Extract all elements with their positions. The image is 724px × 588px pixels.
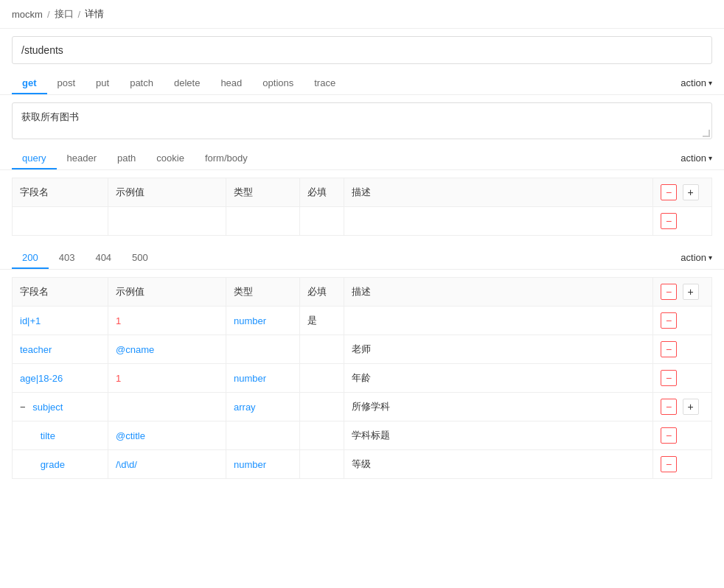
response-row-age-remove-button[interactable]: − xyxy=(661,370,677,386)
response-row-subject-add-button[interactable]: + xyxy=(683,399,699,415)
response-row-subject-type: array xyxy=(226,393,300,421)
param-empty-type xyxy=(226,207,300,236)
response-row-age-desc: 年龄 xyxy=(344,364,653,393)
response-row-age-required xyxy=(300,364,344,393)
response-row-subject-name: − subject xyxy=(13,393,108,421)
method-action-label: action xyxy=(681,77,706,88)
response-row-grade-actions: − xyxy=(653,450,712,479)
response-row-tilte-type xyxy=(226,421,300,450)
breadcrumb-detail: 详情 xyxy=(85,7,104,21)
response-row-teacher-remove-button[interactable]: − xyxy=(661,341,677,357)
param-remove-button[interactable]: − xyxy=(661,184,677,200)
response-row-grade: grade /\d\d/ number 等级 − xyxy=(13,450,712,479)
response-row-subject-desc: 所修学科 xyxy=(344,393,653,421)
param-tab-cookie[interactable]: cookie xyxy=(146,147,195,169)
description-text: 获取所有图书 xyxy=(21,111,79,122)
method-tab-head[interactable]: head xyxy=(210,71,252,94)
response-header-name: 字段名 xyxy=(13,278,108,307)
response-row-subject-remove-button[interactable]: − xyxy=(661,399,677,415)
method-tabs: get post put patch delete head options t… xyxy=(0,71,724,95)
param-tab-path[interactable]: path xyxy=(107,147,146,169)
param-header-name: 字段名 xyxy=(13,178,108,207)
response-action-chevron-icon: ▾ xyxy=(709,253,712,262)
response-row-grade-example-text: /\d\d/ xyxy=(116,459,137,470)
response-row-tilte-required xyxy=(300,421,344,450)
response-row-grade-name-text: grade xyxy=(41,459,65,470)
param-tab-formbody[interactable]: form/body xyxy=(195,147,258,169)
response-row-teacher-desc: 老师 xyxy=(344,335,653,364)
response-row-age-name: age|18-26 xyxy=(13,364,108,393)
response-tab-404[interactable]: 404 xyxy=(85,246,122,269)
response-action-label: action xyxy=(681,252,706,263)
response-row-subject-required xyxy=(300,393,344,421)
breadcrumb-mockm[interactable]: mockm xyxy=(12,9,43,20)
method-action-button[interactable]: action ▾ xyxy=(681,71,712,94)
param-header-desc: 描述 xyxy=(344,178,653,207)
param-tab-header[interactable]: header xyxy=(57,147,107,169)
param-empty-actions: − xyxy=(653,207,712,236)
response-row-grade-required xyxy=(300,450,344,479)
breadcrumb-sep-1: / xyxy=(47,9,50,20)
param-empty-row: − xyxy=(13,207,712,236)
param-add-button[interactable]: + xyxy=(683,184,699,200)
breadcrumb: mockm / 接口 / 详情 xyxy=(0,0,724,29)
response-row-age-actions: − xyxy=(653,364,712,393)
response-row-id-desc xyxy=(344,307,653,335)
param-empty-desc xyxy=(344,207,653,236)
response-row-id-example: 1 xyxy=(108,307,226,335)
method-tab-options[interactable]: options xyxy=(252,71,304,94)
response-table-header-row: 字段名 示例值 类型 必填 描述 − + xyxy=(13,278,712,307)
response-row-id-type: number xyxy=(226,307,300,335)
param-action-button[interactable]: action ▾ xyxy=(681,147,712,169)
response-tab-403[interactable]: 403 xyxy=(49,246,86,269)
param-row-remove-button[interactable]: − xyxy=(661,213,677,229)
param-table-header-row: 字段名 示例值 类型 必填 描述 − + xyxy=(13,178,712,207)
param-empty-name xyxy=(13,207,108,236)
response-row-id: id|+1 1 number 是 − xyxy=(13,307,712,335)
method-tab-put[interactable]: put xyxy=(86,71,119,94)
collapse-icon[interactable]: − xyxy=(20,402,26,413)
response-action-button[interactable]: action ▾ xyxy=(681,246,712,269)
response-row-grade-type: number xyxy=(226,450,300,479)
response-tabs: 200 403 404 500 action ▾ xyxy=(0,246,724,270)
response-tab-200[interactable]: 200 xyxy=(12,246,49,269)
response-row-tilte-example: @ctitle xyxy=(108,421,226,450)
breadcrumb-interface[interactable]: 接口 xyxy=(55,7,74,21)
response-row-age-name-text: age|18-26 xyxy=(20,373,63,384)
resize-handle-icon[interactable] xyxy=(703,130,710,137)
response-row-tilte-desc: 学科标题 xyxy=(344,421,653,450)
response-row-age-example-text: 1 xyxy=(116,373,121,384)
response-table: 字段名 示例值 类型 必填 描述 − + id|+1 1 xyxy=(12,277,712,479)
response-remove-button[interactable]: − xyxy=(661,284,677,300)
response-row-grade-desc: 等级 xyxy=(344,450,653,479)
method-tab-delete[interactable]: delete xyxy=(164,71,210,94)
response-row-id-required: 是 xyxy=(300,307,344,335)
param-tab-query[interactable]: query xyxy=(12,147,57,169)
response-row-subject-actions: − + xyxy=(653,393,712,421)
response-header-actions: − + xyxy=(653,278,712,307)
description-box[interactable]: 获取所有图书 xyxy=(12,102,712,139)
method-tab-trace[interactable]: trace xyxy=(304,71,346,94)
response-row-subject-example xyxy=(108,393,226,421)
method-tab-patch[interactable]: patch xyxy=(119,71,164,94)
response-row-id-remove-button[interactable]: − xyxy=(661,312,677,329)
response-header-required: 必填 xyxy=(300,278,344,307)
response-row-tilte-remove-button[interactable]: − xyxy=(661,427,677,444)
response-row-grade-remove-button[interactable]: − xyxy=(661,456,677,472)
response-row-tilte-name: tilte xyxy=(13,421,108,450)
response-add-button[interactable]: + xyxy=(683,284,699,300)
param-tabs: query header path cookie form/body actio… xyxy=(0,147,724,170)
response-row-age-example: 1 xyxy=(108,364,226,393)
method-tab-get[interactable]: get xyxy=(12,71,47,94)
response-row-tilte-example-text: @ctitle xyxy=(116,430,145,441)
param-table-section: 字段名 示例值 类型 必填 描述 − + − xyxy=(12,178,712,236)
response-row-id-name-text: id|+1 xyxy=(20,315,41,326)
param-header-example: 示例值 xyxy=(108,178,226,207)
response-row-age: age|18-26 1 number 年龄 − xyxy=(13,364,712,393)
url-bar: /students xyxy=(12,36,712,64)
response-row-teacher-type xyxy=(226,335,300,364)
param-empty-example xyxy=(108,207,226,236)
response-row-teacher: teacher @cname 老师 − xyxy=(13,335,712,364)
method-tab-post[interactable]: post xyxy=(47,71,86,94)
response-tab-500[interactable]: 500 xyxy=(122,246,159,269)
